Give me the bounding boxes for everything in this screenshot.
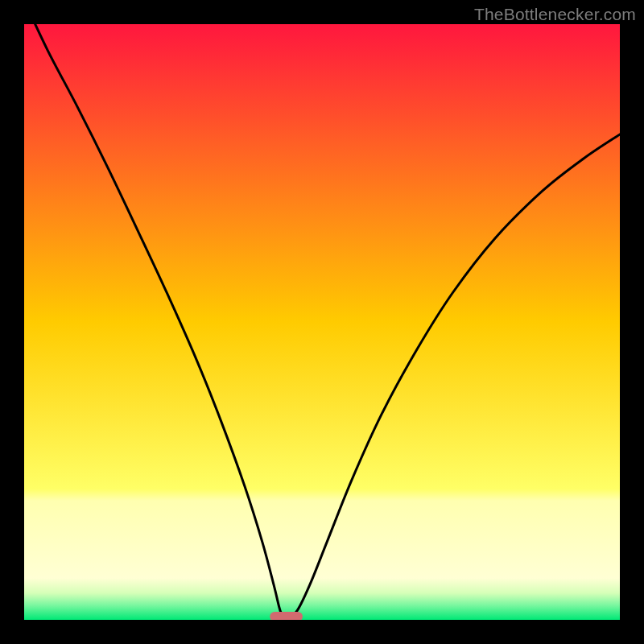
outer-frame: TheBottlenecker.com bbox=[0, 0, 644, 644]
gradient-background bbox=[24, 24, 620, 620]
chart-plot-area bbox=[24, 24, 620, 620]
chart-svg bbox=[24, 24, 620, 620]
watermark-text: TheBottlenecker.com bbox=[474, 5, 636, 24]
minimum-marker bbox=[270, 612, 303, 620]
